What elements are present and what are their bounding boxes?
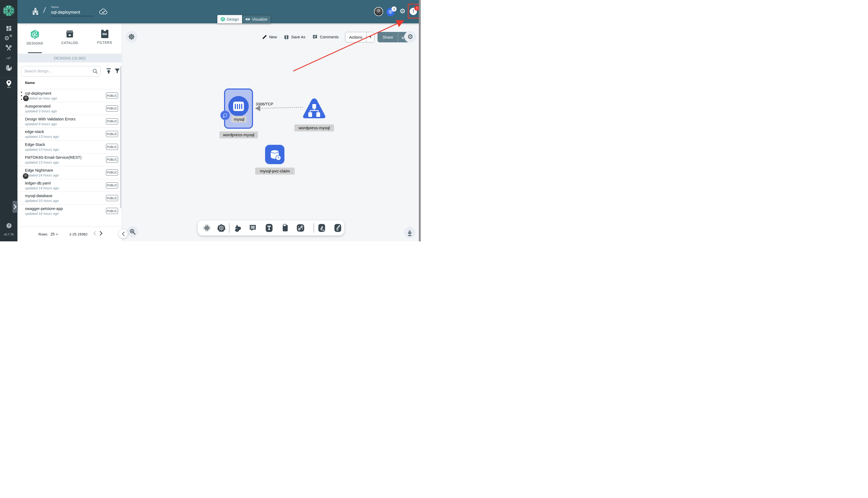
tab-filters[interactable]: WA FILTERS [87,23,122,54]
comment-tool-button[interactable] [247,220,258,235]
design-name-input[interactable] [51,9,94,16]
save-as-button[interactable]: Save As [284,35,305,40]
design-row[interactable]: FMTOK8S-Email-Service(REST) updated 13 h… [17,153,122,166]
canvas-toolbar: New Save As Comments Actions ▼ Share [262,32,410,42]
sidebar-item-meshmap[interactable] [0,79,17,89]
design-canvas[interactable]: New Save As Comments Actions ▼ Share [122,23,419,241]
sidebar-item-dashboard[interactable] [0,25,17,32]
visibility-badge: PUBLIC [106,195,118,201]
zoom-in-button[interactable] [127,226,138,237]
column-header-name: Name [25,81,35,85]
organization-icon[interactable] [32,8,39,15]
prev-page-button[interactable] [93,231,96,236]
snowflake-cluster-icon [128,34,135,40]
search-row [17,63,122,76]
page-range: 1-25 19362 [69,232,88,236]
panel-scrollbar[interactable] [120,66,121,208]
design-name: mysql-database [25,194,52,198]
comment-bubble-icon [249,224,257,232]
tab-visualize-label: Visualize [252,17,268,22]
text-tool-button[interactable] [263,220,275,235]
tab-catalog[interactable]: CATALOG [52,23,87,54]
question-mark-icon: ? [8,224,10,228]
sidebar-item-performance[interactable] [0,54,17,61]
row-menu-icon[interactable] [21,92,22,100]
design-row[interactable]: mysql-database updated 15 hours ago PUBL… [17,192,122,204]
sidebar-item-extensions[interactable] [0,63,17,72]
link-tool-button[interactable] [295,220,306,235]
design-updated: updated 16 hours ago [25,212,59,215]
visibility-badge: PUBLIC [106,118,118,124]
pentagon-icon [222,113,228,118]
design-row[interactable]: swagger-petstore-app updated 16 hours ag… [17,204,122,217]
filter-funnel-icon[interactable] [114,68,120,74]
deployment-badge[interactable] [220,110,230,120]
note-tool-button[interactable] [280,220,291,235]
tab-visualize[interactable]: Visualize [242,15,271,23]
visibility-badge: PUBLIC [106,144,118,150]
edge-port-label[interactable]: 3306/TCP [256,102,273,106]
meshery-designs-icon [30,30,39,39]
actions-caret-icon[interactable]: ▼ [366,36,375,39]
service-node-label: wordpress-mysql [294,124,334,131]
map-pin-icon [5,80,12,89]
sidebar-item-configuration[interactable] [0,44,17,52]
user-avatar[interactable] [374,7,383,16]
unknown-status-badge: ? [275,155,281,161]
pod-circle[interactable] [228,96,249,116]
comments-button-label: Comments [320,35,339,39]
comments-button[interactable]: Comments [312,34,339,40]
layout-reset-button[interactable] [126,31,138,43]
settings-gear-icon[interactable]: ⚙ [400,7,405,15]
pen-tool-button[interactable] [316,220,328,235]
new-button-label: New [269,35,277,39]
expand-sidebar-button[interactable] [13,201,18,213]
name-field-label: Name [51,5,94,9]
design-updated: updated 15 hours ago [25,199,59,203]
kubernetes-components-button[interactable] [216,220,227,235]
meshery-logo-icon[interactable] [2,5,15,17]
extensions-icon [5,64,13,71]
design-row[interactable]: Edge Nightmare updated 14 hours ago PUBL… [17,166,122,179]
catalog-icon [65,30,74,38]
cloud-save-status-icon[interactable] [99,8,108,15]
design-row[interactable]: sql-deployment updated an hour ago PUBLI… [17,89,122,102]
tab-designs[interactable]: DESIGNS [17,23,52,54]
design-updated: updated 14 hours ago [25,186,59,190]
pen-mode-button[interactable] [404,227,415,238]
upload-icon[interactable] [105,68,112,74]
next-page-button[interactable] [100,231,103,236]
service-node[interactable] [302,97,326,121]
sidebar-divider [0,19,17,19]
canvas-settings-button[interactable]: ⚙ [404,31,416,43]
design-name: swagger-petstore-app [25,207,63,211]
actions-button[interactable]: Actions ▼ [345,32,375,42]
window-scrollbar[interactable] [419,0,421,241]
search-icon[interactable] [92,68,98,74]
design-row[interactable]: Autogenerated updated 3 hours ago PUBLIC [17,102,122,115]
collapse-panel-button[interactable] [119,229,128,238]
design-row[interactable]: Edge-Stack updated 13 hours ago PUBLIC [17,140,122,153]
design-row[interactable]: Design With Validation Errors updated 9 … [17,115,122,128]
design-name: ledger-db.yaml [25,181,51,185]
sidebar-item-lifecycle[interactable]: ⚙⚙ [0,34,17,42]
shapes-button[interactable] [232,220,243,235]
design-row[interactable]: edge-stack updated 13 hours ago PUBLIC [17,127,122,140]
tab-design[interactable]: Design [217,15,242,23]
component-shapes-button[interactable] [202,220,212,235]
kubernetes-context-badge[interactable]: 3 [391,6,397,12]
design-row[interactable]: ledger-db.yaml updated 14 hours ago PUBL… [17,179,122,192]
tab-catalog-label: CATALOG [61,41,78,45]
deployment-node[interactable]: mysql [224,89,253,129]
help-button[interactable]: ? [7,223,12,228]
pvc-node[interactable]: ? [265,145,284,164]
freehand-draw-button[interactable] [332,220,344,235]
rows-per-page-caret-icon[interactable]: ▼ [56,233,58,236]
new-button[interactable]: New [262,35,277,40]
design-updated: updated 9 hours ago [25,122,57,126]
rows-per-page-value[interactable]: 25 [50,232,55,236]
owner-avatar[interactable] [23,95,29,101]
design-name: Edge-Stack [25,142,45,147]
kubernetes-icon [217,224,226,232]
search-design-input[interactable] [24,66,91,76]
